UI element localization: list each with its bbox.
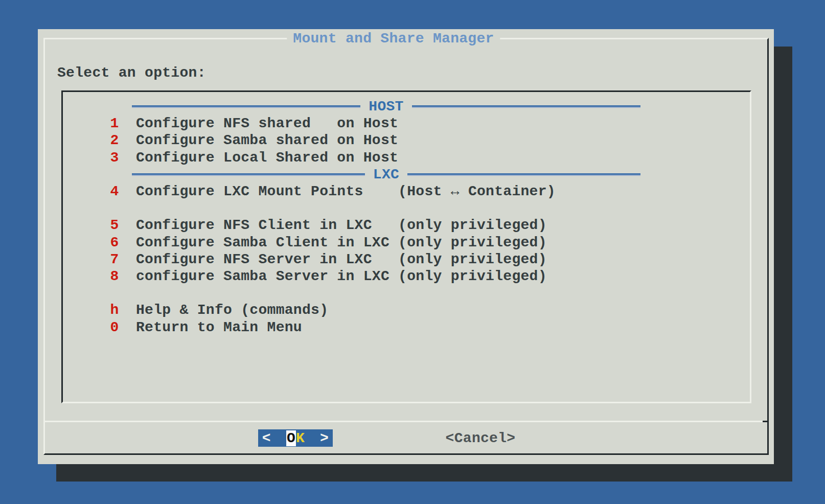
ok-open-bracket: < [262,430,271,446]
menu-item-label: Configure NFS shared on Host [136,116,398,131]
section-label: LXC [373,167,399,182]
menu-item-key: 1 [110,116,119,131]
menu-item-key: 7 [110,251,119,267]
ok-button[interactable]: <OK> [258,429,333,447]
menu-item-label: Configure LXC Mount Points (Host ↔ Conta… [136,184,556,199]
menu-item[interactable]: 8 configure Samba Server in LXC (only pr… [63,268,750,285]
cancel-button[interactable]: <Cancel> [443,429,518,447]
menu-item-label: Configure Samba Client in LXC (only priv… [136,235,547,250]
ok-cursor-char: O [286,430,296,446]
menu-item-key: 0 [110,319,119,335]
button-area-separator [43,421,769,422]
dialog-window: Mount and Share Manager Select an option… [38,29,774,464]
menu-blank-row [63,285,750,302]
menu-item[interactable]: 0 Return to Main Menu [63,318,750,335]
menu-item-label: Configure Local Shared on Host [136,150,398,166]
menu-prompt: Select an option: [57,65,206,81]
terminal-screen: { "window": { "title": "Mount and Share … [0,0,825,504]
menu-item-key: 2 [110,132,119,148]
menu-item[interactable]: 4 Configure LXC Mount Points (Host ↔ Con… [63,183,750,200]
menu-item[interactable]: 2 Configure Samba shared on Host [63,132,750,149]
menu-item-label: Configure Samba shared on Host [136,132,398,148]
separator-line-left [132,173,365,176]
menu-item-label: Configure NFS Server in LXC (only privil… [136,251,547,267]
menu-item-label: Configure NFS Client in LXC (only privil… [136,217,547,233]
menu-item-label: Help & Info (commands) [136,302,328,318]
menu-blank-row [63,200,750,217]
menu-item[interactable]: 7 Configure NFS Server in LXC (only priv… [63,251,750,268]
ok-close-bracket: > [320,430,329,446]
menu-item[interactable]: 3 Configure Local Shared on Host [63,149,750,166]
menu-item[interactable]: h Help & Info (commands) [63,302,750,318]
menu-item-key: 8 [110,268,119,284]
menu-section-separator: HOST [132,98,640,115]
menu-item-label: configure Samba Server in LXC (only priv… [136,268,547,284]
menu-item[interactable]: 5 Configure NFS Client in LXC (only priv… [63,217,750,234]
menu-item-key: 6 [110,235,119,250]
menu-item-key: 5 [110,217,119,233]
separator-line-left [132,105,360,108]
menu-section-separator: LXC [132,166,640,183]
menu-item-label: Return to Main Menu [136,319,302,335]
dialog-title: Mount and Share Manager [287,31,500,47]
separator-line-right [412,105,640,108]
separator-line-right [407,173,640,176]
menu-item[interactable]: 1 Configure NFS shared on Host [63,115,750,132]
menu-list: HOST 1 Configure NFS shared on Host 2 Co… [61,90,751,403]
menu-item-key: 4 [110,184,119,199]
menu-item-key: 3 [110,150,119,166]
separator-end-tick [763,421,769,422]
section-label: HOST [369,99,403,114]
menu-item-key: h [110,302,119,318]
ok-label-rest: K [296,430,305,446]
menu-item[interactable]: 6 Configure Samba Client in LXC (only pr… [63,234,750,251]
